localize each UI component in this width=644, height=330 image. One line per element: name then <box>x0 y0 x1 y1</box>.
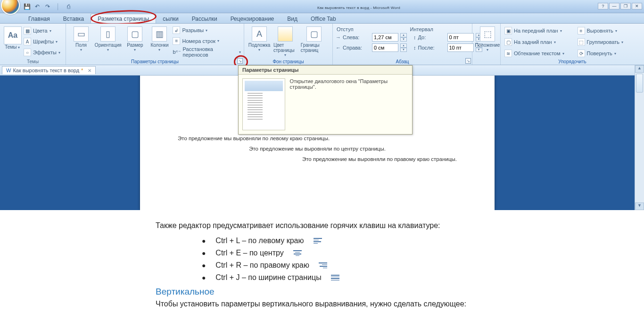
doc-line-center: Это предложение мы выровняли по центру с… <box>140 144 495 154</box>
article-next: Чтобы установить параметры вертикального… <box>156 300 481 308</box>
size-button[interactable]: ▢Размер <box>123 25 147 57</box>
line-numbers-icon: ≡ <box>173 37 180 45</box>
page-borders-button[interactable]: ▢Границы страниц <box>299 25 330 57</box>
indent-right-icon: ← <box>336 45 341 51</box>
hyphenation-prefix: bᵉ⁻ <box>173 49 181 55</box>
text-wrap-button[interactable]: ≋Обтекание текстом <box>504 48 564 59</box>
group-paragraph: Отступ Интервал →Слева:▲▼ ←Справа:▲▼ ↕До… <box>333 24 472 65</box>
group-page-background: AПодложка Цвет страницы ▢Границы страниц… <box>244 24 333 65</box>
bring-front-icon: ▣ <box>504 27 512 34</box>
group-arrange: ▣На передний план ▢На задний план ≋Обтек… <box>501 24 644 65</box>
group-label-page-setup: Параметры страницы <box>66 59 244 64</box>
send-back-icon: ▢ <box>504 38 512 46</box>
indent-left-label: Слева: <box>343 34 370 40</box>
doc-tab-icon: W <box>6 68 11 73</box>
position-button[interactable]: ⬚Положение <box>475 25 500 52</box>
group-label-arrange: Упорядочить <box>501 59 644 64</box>
group-button[interactable]: ⬚Группировать <box>578 37 624 47</box>
tab-page-layout[interactable]: Разметка страницы <box>91 14 156 23</box>
page-setup-launcher[interactable]: ↘ <box>237 58 243 64</box>
min-button[interactable]: — <box>609 3 619 9</box>
tab-office-tab[interactable]: Office Tab <box>304 14 343 23</box>
send-back-button[interactable]: ▢На задний план <box>504 37 564 47</box>
scroll-down-icon[interactable]: ▼ <box>635 203 644 210</box>
tab-review[interactable]: Рецензирование <box>224 14 281 23</box>
ribbon: Aa Темы ▦Цвета AШрифты ○Эффекты Темы ▭По… <box>0 24 644 65</box>
tooltip-text: Открытие диалогового окна "Параметры стр… <box>290 78 408 130</box>
watermark-button[interactable]: AПодложка <box>247 25 272 57</box>
list-item: ● Ctrl + R – по правому краю <box>202 261 481 270</box>
margins-icon: ▭ <box>74 26 89 42</box>
tooltip-title: Параметры страницы <box>239 66 412 75</box>
indent-right-input[interactable] <box>372 43 398 52</box>
watermark-icon: A <box>252 26 267 42</box>
orientation-button[interactable]: ▯Ориентация <box>93 25 123 57</box>
breaks-button[interactable]: ↲Разрывы <box>173 25 241 35</box>
quick-access-toolbar: 💾 ↶ ↷ │ ⎙ Как выровнять текст в ворд - M… <box>0 0 644 13</box>
space-after-input[interactable] <box>447 43 474 52</box>
qat-print[interactable]: ⎙ <box>64 2 73 11</box>
window-controls: ? — ❐ ✕ <box>598 3 642 9</box>
ribbon-tabs: Главная Вставка Разметка страницы сылки … <box>0 13 644 24</box>
align-button[interactable]: ≡Выровнять <box>578 25 624 36</box>
spin-up[interactable]: ▲ <box>400 33 407 37</box>
help-button[interactable]: ? <box>598 3 608 9</box>
office-button[interactable] <box>1 0 20 15</box>
align-right-icon <box>319 262 327 269</box>
space-before-input[interactable] <box>447 33 474 42</box>
space-after-label: После: <box>418 45 446 51</box>
qat-save[interactable]: 💾 <box>22 2 32 11</box>
tooltip-thumbnail <box>242 78 285 130</box>
tab-home[interactable]: Главная <box>22 14 57 23</box>
article-body: Также редактор предусматривает использов… <box>0 210 481 308</box>
spin-down[interactable]: ▼ <box>400 37 407 42</box>
space-before-label: До: <box>418 34 446 40</box>
vertical-scrollbar[interactable]: ▲ ▼ <box>635 65 644 210</box>
doc-line-right: Это предложение мы выровняли по правому … <box>140 154 495 164</box>
themes-button[interactable]: Темы <box>5 44 19 50</box>
paragraph-launcher[interactable]: ↘ <box>465 58 471 64</box>
theme-colors[interactable]: ▦Цвета <box>24 25 60 36</box>
breaks-icon: ↲ <box>173 26 180 34</box>
indent-left-input[interactable] <box>372 33 398 42</box>
tab-insert[interactable]: Вставка <box>57 14 91 23</box>
rotate-button[interactable]: ⟳Повернуть <box>578 48 624 59</box>
text-wrap-icon: ≋ <box>504 50 512 57</box>
hyphenation-button[interactable]: bᵉ⁻Расстановка переносов <box>173 47 241 57</box>
doc-line-left: Это предложение мы выровняли по левому к… <box>140 133 495 144</box>
line-numbers-button[interactable]: ≡Номера строк <box>173 36 241 46</box>
margins-button[interactable]: ▭Поля <box>69 25 93 57</box>
columns-icon: ▥ <box>152 26 167 42</box>
space-before-icon: ↕ <box>413 34 416 40</box>
themes-icon: Aa <box>4 26 22 44</box>
page-color-button[interactable]: Цвет страницы <box>272 25 299 57</box>
qat-redo[interactable]: ↷ <box>43 2 52 11</box>
spin-down[interactable]: ▼ <box>400 48 407 52</box>
doc-tab-close-icon[interactable]: ✕ <box>88 68 91 73</box>
close-button[interactable]: ✕ <box>632 3 642 9</box>
tab-view[interactable]: Вид <box>281 14 304 23</box>
indent-right-label: Справа: <box>343 45 370 51</box>
scroll-thumb[interactable] <box>636 74 643 93</box>
bring-front-button[interactable]: ▣На передний план <box>504 25 564 36</box>
hotkeys-list: ● Ctrl + L – по левому краю ● Ctrl + E –… <box>202 237 481 282</box>
list-item: ● Ctrl + J – по ширине страницы <box>202 273 481 282</box>
theme-effects[interactable]: ○Эффекты <box>24 47 60 58</box>
group-page-setup: ▭Поля ▯Ориентация ▢Размер ▥Колонки ↲Разр… <box>66 24 244 65</box>
space-after-icon: ↕ <box>413 45 416 51</box>
document-tab[interactable]: W Как выровнять текст в ворд * ✕ <box>2 66 96 74</box>
max-button[interactable]: ❐ <box>620 3 631 9</box>
scroll-up-icon[interactable]: ▲ <box>635 65 644 73</box>
doc-tab-name: Как выровнять текст в ворд <box>13 68 79 73</box>
spin-up[interactable]: ▲ <box>400 43 407 48</box>
indent-heading: Отступ <box>337 26 354 32</box>
tab-mailings[interactable]: Рассылки <box>185 14 224 23</box>
page-borders-icon: ▢ <box>306 26 322 42</box>
group-icon: ⬚ <box>578 38 585 46</box>
tab-references-cut[interactable]: сылки <box>156 14 185 23</box>
align-justify-icon <box>331 274 339 281</box>
spacing-heading: Интервал <box>410 26 433 32</box>
columns-button[interactable]: ▥Колонки <box>147 25 172 57</box>
theme-fonts[interactable]: AШрифты <box>24 36 60 47</box>
qat-undo[interactable]: ↶ <box>33 2 42 11</box>
